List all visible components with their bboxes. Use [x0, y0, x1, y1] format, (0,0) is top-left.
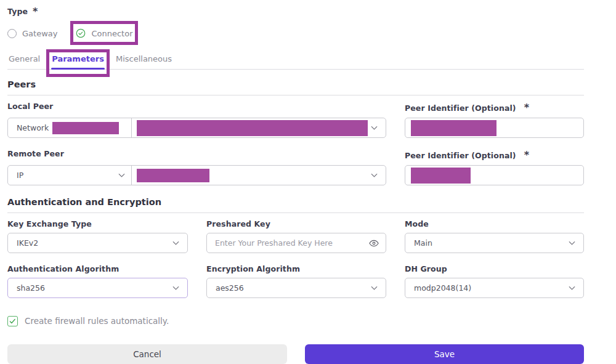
chevron-down-icon — [370, 171, 379, 180]
type-label-text: Type — [7, 7, 28, 16]
remote-peer-controls-row: IP — [7, 165, 584, 185]
local-peer-type-select[interactable]: Network — [8, 118, 132, 137]
auth-controls-row-1: IKEv2 Main — [7, 233, 584, 253]
local-identifier-label: Peer Identifier (Optional) — [405, 103, 516, 113]
auth-algorithm-label: Authentication Algorithm — [7, 264, 188, 273]
key-exchange-type-value: IKEv2 — [17, 238, 38, 248]
remote-peer-identifier-input[interactable] — [405, 165, 584, 185]
firewall-rules-label: Create firewall rules automatically. — [25, 316, 169, 326]
local-peer-identifier-input[interactable] — [405, 118, 584, 138]
radio-unselected-icon — [7, 29, 17, 38]
auth-section-heading-row: Authentication and Encryption — [7, 197, 584, 207]
remote-identifier-required-marker: * — [524, 149, 529, 161]
auth-labels-row-1: Key Exchange Type Preshared Key Mode — [7, 219, 584, 229]
active-tab-underline — [51, 68, 105, 70]
check-circle-icon — [76, 28, 86, 38]
tab-bar: General Parameters Miscellaneous — [7, 54, 584, 70]
mode-select[interactable]: Main — [405, 233, 584, 253]
redacted-value — [411, 168, 471, 184]
mode-label: Mode — [405, 219, 584, 229]
chevron-down-icon — [370, 123, 379, 132]
firewall-rules-checkbox[interactable] — [7, 316, 18, 326]
chevron-down-icon — [370, 283, 379, 293]
dh-group-label: DH Group — [405, 264, 584, 273]
chevron-down-icon — [171, 283, 180, 293]
key-exchange-type-select[interactable]: IKEv2 — [7, 233, 188, 253]
remote-peer-label: Remote Peer — [7, 149, 386, 161]
remote-peer-value-select[interactable] — [132, 166, 386, 185]
tab-miscellaneous[interactable]: Miscellaneous — [115, 54, 173, 69]
remote-peer-type-select[interactable]: IP — [8, 166, 132, 185]
preshared-key-input[interactable] — [215, 238, 365, 248]
remote-peer-combined-select: IP — [7, 165, 386, 185]
preshared-key-label: Preshared Key — [206, 219, 386, 229]
encryption-algorithm-label: Encryption Algorithm — [206, 264, 386, 273]
local-peer-type-value: Network — [17, 123, 49, 132]
radio-connector[interactable]: Connector — [76, 28, 132, 38]
save-button[interactable]: Save — [305, 344, 584, 364]
local-identifier-label-wrap: Peer Identifier (Optional) * — [405, 102, 584, 113]
chevron-down-icon — [171, 238, 180, 248]
radio-gateway-label: Gateway — [22, 29, 57, 38]
auth-labels-row-2: Authentication Algorithm Encryption Algo… — [7, 264, 584, 273]
type-field-label: Type * — [7, 6, 584, 17]
eye-icon[interactable] — [365, 238, 379, 249]
form-footer: Cancel Save — [7, 344, 584, 364]
local-peer-controls-row: Network — [7, 118, 584, 138]
auth-divider — [7, 212, 584, 213]
radio-gateway[interactable]: Gateway — [7, 29, 57, 38]
dh-group-select[interactable]: modp2048(14) — [405, 278, 584, 298]
cancel-button[interactable]: Cancel — [7, 344, 287, 364]
redacted-value — [137, 120, 368, 136]
check-icon — [9, 317, 17, 325]
remote-peer-type-value: IP — [17, 171, 23, 180]
auth-controls-row-2: sha256 aes256 modp2048(14) — [7, 278, 584, 298]
tab-parameters-label: Parameters — [52, 54, 104, 63]
key-exchange-type-label: Key Exchange Type — [7, 219, 188, 229]
encryption-algorithm-value: aes256 — [216, 283, 244, 293]
tab-general[interactable]: General — [7, 54, 41, 69]
local-peer-combined-select: Network — [7, 118, 386, 138]
redacted-value — [137, 169, 209, 182]
type-required-marker: * — [33, 6, 38, 17]
remote-identifier-label: Peer Identifier (Optional) — [405, 151, 516, 160]
auth-algorithm-value: sha256 — [17, 283, 45, 293]
peers-divider — [7, 95, 584, 95]
type-radio-group: Gateway Connector — [7, 27, 584, 39]
auth-algorithm-select[interactable]: sha256 — [7, 278, 188, 298]
chevron-down-icon — [117, 171, 126, 180]
encryption-algorithm-select[interactable]: aes256 — [206, 278, 386, 298]
firewall-rules-checkbox-row: Create firewall rules automatically. — [7, 315, 584, 327]
chevron-down-icon — [567, 283, 577, 293]
remote-identifier-label-wrap: Peer Identifier (Optional) * — [405, 149, 584, 161]
local-identifier-required-marker: * — [524, 102, 529, 113]
redacted-value — [411, 120, 496, 136]
dh-group-value: modp2048(14) — [414, 283, 471, 293]
chevron-down-icon — [567, 238, 577, 248]
local-peer-label: Local Peer — [7, 102, 386, 113]
tab-parameters[interactable]: Parameters — [51, 54, 105, 69]
redacted-value — [52, 122, 119, 134]
local-peer-value-select[interactable] — [132, 118, 386, 137]
local-peer-labels-row: Local Peer Peer Identifier (Optional) * — [7, 102, 584, 113]
preshared-key-field — [206, 233, 386, 253]
vpn-connection-form: Type * Gateway Connector General Paramet… — [0, 0, 616, 364]
mode-value: Main — [414, 238, 432, 248]
peers-section-heading-row: Peers — [7, 79, 584, 89]
auth-heading: Authentication and Encryption — [7, 197, 584, 207]
radio-connector-label: Connector — [91, 29, 132, 38]
remote-peer-labels-row: Remote Peer Peer Identifier (Optional) * — [7, 149, 584, 161]
peers-heading: Peers — [7, 79, 584, 89]
